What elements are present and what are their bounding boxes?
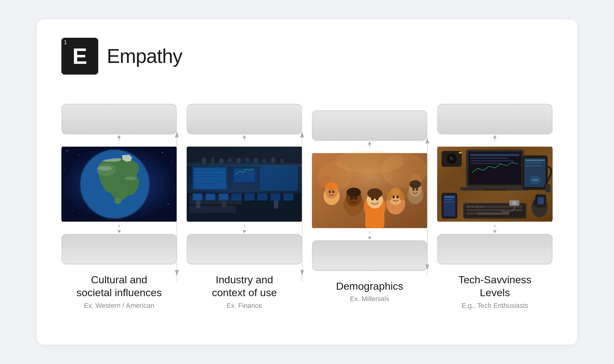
svg-marker-77	[300, 270, 304, 276]
image-demographics	[312, 151, 427, 230]
card-slot-top-cultural	[61, 104, 177, 134]
svg-marker-123	[493, 135, 497, 138]
arrow-down-industry	[242, 224, 247, 234]
svg-marker-24	[243, 135, 246, 138]
card-label-tech: Tech-Savviness Levels E.g., Tech Enthusi…	[458, 273, 531, 310]
svg-rect-66	[196, 205, 200, 208]
svg-rect-117	[312, 153, 427, 228]
image-tech: APP	[437, 144, 553, 224]
arrow-up-industry	[242, 134, 247, 144]
svg-marker-185	[493, 230, 497, 233]
header: 1 E Empathy	[61, 38, 553, 75]
card-label-demographics: Demographics Ex. Millenials	[336, 280, 403, 303]
arrow-up-cultural	[117, 134, 122, 144]
card-slot-top-industry	[187, 104, 302, 134]
svg-rect-70	[274, 205, 278, 208]
svg-rect-1	[119, 138, 119, 141]
svg-point-41	[280, 158, 284, 163]
card-subtitle-demographics: Ex. Millenials	[336, 295, 403, 303]
svg-marker-78	[368, 141, 371, 145]
svg-point-65	[196, 200, 201, 206]
arrow-down-tech	[492, 224, 497, 234]
card-title-industry: Industry and context of use	[212, 273, 277, 299]
svg-rect-79	[369, 145, 370, 147]
svg-rect-184	[495, 225, 495, 227]
svg-point-11	[73, 210, 73, 210]
image-cultural	[61, 144, 177, 224]
svg-marker-20	[117, 230, 121, 233]
svg-rect-60	[231, 193, 242, 201]
card-slot-bottom-cultural	[61, 234, 177, 265]
svg-point-69	[274, 200, 279, 206]
logo-letter: E	[72, 45, 87, 67]
svg-rect-73	[244, 225, 245, 227]
card-title-demographics: Demographics	[336, 280, 403, 293]
svg-rect-68	[222, 204, 226, 207]
svg-point-8	[64, 169, 64, 170]
svg-rect-31	[202, 162, 206, 165]
svg-rect-59	[219, 194, 228, 200]
svg-rect-25	[244, 138, 245, 141]
card-subtitle-tech: E.g., Tech Enthusiasts	[458, 302, 531, 310]
svg-marker-119	[368, 237, 371, 240]
svg-point-7	[171, 161, 171, 161]
svg-point-72	[201, 158, 288, 193]
arrow-down-demographics	[367, 230, 372, 240]
svg-marker-0	[117, 135, 121, 138]
card-title-cultural: Cultural and societal influences	[76, 273, 162, 299]
card-slot-bottom-demographics	[312, 240, 427, 271]
svg-rect-62	[257, 193, 267, 201]
card-cultural: Cultural and societal influences Ex. Wes…	[61, 104, 177, 310]
svg-rect-55	[193, 194, 202, 200]
svg-rect-19	[119, 225, 119, 227]
arrow-up-tech	[492, 134, 497, 144]
svg-rect-61	[244, 193, 255, 201]
card-slot-top-demographics	[312, 110, 427, 141]
card-slot-top-tech	[437, 104, 553, 134]
svg-rect-183	[437, 146, 553, 221]
svg-point-10	[174, 189, 174, 190]
card-slot-bottom-tech	[437, 234, 553, 265]
main-card: 1 E Empathy	[37, 19, 577, 345]
svg-point-4	[67, 150, 68, 151]
card-title-tech: Tech-Savviness Levels	[458, 273, 531, 299]
card-subtitle-cultural: Ex. Western / American	[76, 302, 162, 310]
svg-point-5	[78, 155, 79, 156]
card-tech: APP	[437, 104, 553, 310]
svg-rect-57	[206, 194, 215, 200]
arrow-down-cultural	[117, 224, 122, 234]
logo-block: 1 E	[61, 38, 98, 75]
card-label-industry: Industry and context of use Ex. Finance	[212, 273, 277, 310]
image-industry	[187, 144, 302, 224]
logo-number: 1	[64, 40, 67, 45]
svg-rect-124	[495, 138, 495, 141]
svg-point-67	[222, 199, 227, 205]
svg-point-6	[162, 152, 163, 153]
card-demographics: Demographics Ex. Millenials	[312, 110, 427, 303]
arrow-up-demographics	[367, 141, 372, 151]
card-industry: Industry and context of use Ex. Finance	[187, 104, 302, 310]
svg-rect-118	[369, 231, 370, 234]
svg-point-17	[96, 163, 116, 176]
svg-point-16	[125, 176, 137, 180]
svg-rect-64	[283, 193, 293, 201]
svg-rect-63	[270, 193, 281, 201]
svg-marker-23	[175, 270, 179, 276]
cards-row: Cultural and societal influences Ex. Wes…	[61, 87, 553, 326]
card-slot-bottom-industry	[187, 234, 302, 265]
card-label-cultural: Cultural and societal influences Ex. Wes…	[76, 273, 162, 310]
page-title: Empathy	[107, 45, 182, 68]
svg-marker-74	[243, 230, 246, 233]
svg-point-9	[168, 204, 169, 205]
card-subtitle-industry: Ex. Finance	[212, 302, 277, 310]
